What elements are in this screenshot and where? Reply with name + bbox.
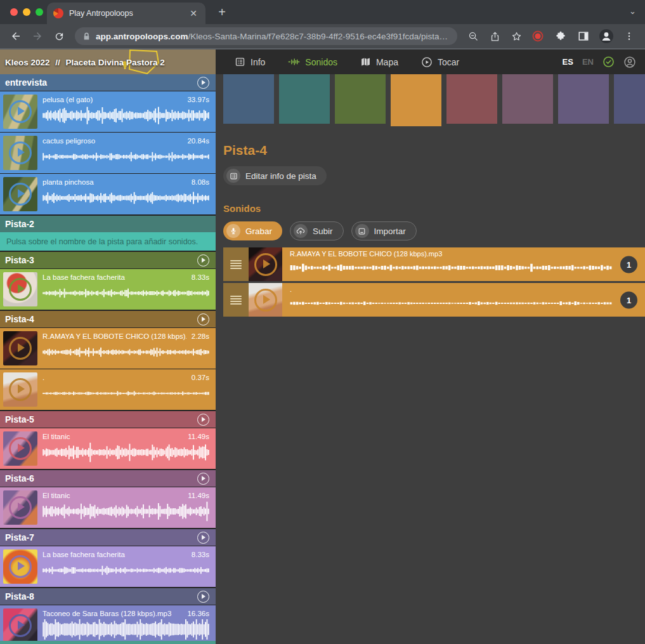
track-color-tab-5[interactable] [446, 74, 497, 124]
track-color-tab-7[interactable] [558, 74, 609, 124]
address-bar[interactable]: app.antropoloops.com/Kleos-Santa-Marina/… [75, 27, 457, 45]
bookmark-star-icon[interactable] [507, 27, 526, 46]
nav-item-mapa[interactable]: Mapa [360, 56, 398, 67]
sound-waveform[interactable] [42, 501, 209, 522]
track-color-tab-8[interactable] [614, 74, 645, 124]
side-panel-icon[interactable] [574, 27, 593, 46]
nav-item-info[interactable]: Info [235, 56, 265, 67]
record-button[interactable]: Grabar [223, 221, 282, 240]
forward-button[interactable] [28, 27, 47, 46]
sound-item[interactable]: El titanic11.49s [0, 428, 216, 469]
sound-thumbnail[interactable] [3, 608, 37, 643]
lang-en-button[interactable]: EN [582, 57, 594, 67]
sound-thumbnail[interactable] [3, 549, 37, 584]
sound-thumbnail[interactable] [3, 490, 37, 525]
play-sound-icon[interactable] [9, 278, 32, 301]
play-track-icon[interactable] [197, 591, 209, 603]
sound-waveform[interactable] [42, 442, 209, 463]
sound-waveform[interactable] [290, 259, 612, 277]
play-sound-icon[interactable] [9, 378, 32, 401]
editable-sound-row[interactable]: .1 [223, 283, 645, 317]
extensions-puzzle-icon[interactable] [551, 27, 570, 46]
sound-thumbnail[interactable] [3, 136, 37, 170]
browser-tab[interactable]: Play Antropoloops ✕ [47, 3, 205, 24]
sound-thumbnail[interactable] [3, 95, 37, 129]
record-extension-icon[interactable] [528, 27, 547, 46]
sound-waveform[interactable] [42, 342, 209, 362]
track-header[interactable]: Pista-5 [0, 411, 216, 428]
sound-item[interactable]: R.AMAYA Y EL BOBOTE CHICO (128 kbps)....… [0, 328, 216, 369]
track-color-tab-4[interactable] [391, 74, 441, 126]
profile-avatar-icon[interactable] [597, 27, 616, 46]
sound-item[interactable]: planta pinchosa8.08s [0, 174, 216, 214]
track-header[interactable]: Pista-2 [0, 216, 216, 232]
sound-waveform[interactable] [42, 383, 209, 404]
tab-search-chevron-icon[interactable]: ⌄ [629, 6, 636, 16]
play-track-icon[interactable] [197, 313, 209, 325]
sound-thumbnail[interactable] [3, 272, 37, 306]
sound-waveform[interactable] [42, 560, 209, 581]
reload-button[interactable] [49, 27, 68, 46]
play-track-icon[interactable] [197, 532, 209, 544]
play-track-icon[interactable] [197, 473, 209, 485]
play-sound-icon[interactable] [9, 496, 32, 519]
play-sound-icon[interactable] [9, 437, 32, 460]
sound-item[interactable]: pelusa (el gato)33.97s [0, 91, 216, 132]
play-sound-icon[interactable] [9, 183, 32, 206]
close-window-button[interactable] [10, 8, 18, 16]
browser-menu-icon[interactable] [620, 27, 639, 46]
play-sound-icon[interactable] [9, 614, 32, 637]
track-header[interactable]: Pista-6 [0, 470, 216, 487]
nav-item-tocar[interactable]: Tocar [421, 56, 459, 68]
back-button[interactable] [6, 27, 25, 46]
sound-thumbnail[interactable] [249, 247, 282, 281]
sound-item[interactable]: La base fachera facherita8.33s [0, 269, 216, 310]
import-button[interactable]: Importar [351, 221, 417, 240]
sound-thumbnail[interactable] [249, 283, 282, 317]
sound-item[interactable]: cactus peligroso20.84s [0, 133, 216, 173]
sound-thumbnail[interactable] [3, 372, 37, 407]
maximize-window-button[interactable] [36, 8, 43, 16]
play-track-icon[interactable] [197, 254, 209, 266]
account-icon[interactable] [623, 56, 636, 69]
drag-handle-icon[interactable] [223, 247, 249, 281]
sound-item[interactable]: .0.37s [0, 369, 216, 410]
sound-item[interactable]: Taconeo de Sara Baras (128 kbps).mp316.3… [0, 605, 216, 644]
play-sound-icon[interactable] [9, 141, 32, 164]
track-header[interactable]: Pista-7 [0, 529, 216, 546]
track-color-tab-3[interactable] [335, 74, 386, 124]
sound-waveform[interactable] [42, 105, 209, 126]
lang-es-button[interactable]: ES [563, 57, 573, 67]
sound-thumbnail[interactable] [3, 431, 37, 466]
play-sound-icon[interactable] [254, 253, 277, 276]
nav-item-sonidos[interactable]: Sonidos [288, 57, 337, 67]
sound-thumbnail[interactable] [3, 177, 37, 211]
sound-thumbnail[interactable] [3, 331, 37, 365]
project-banner[interactable]: Kleos 2022 // Placeta Divina Pastora 2 [0, 49, 216, 74]
sound-waveform[interactable] [42, 188, 209, 208]
track-header[interactable]: Pista-8 [0, 588, 216, 605]
drag-handle-icon[interactable] [223, 283, 249, 317]
track-color-tab-1[interactable] [223, 74, 274, 124]
sound-waveform[interactable] [42, 147, 209, 167]
play-sound-icon[interactable] [9, 100, 32, 123]
share-icon[interactable] [485, 27, 504, 46]
track-color-tab-2[interactable] [279, 74, 330, 124]
tab-close-icon[interactable]: ✕ [188, 8, 199, 19]
sound-item[interactable]: La base fachera facherita8.33s [0, 546, 216, 587]
play-track-icon[interactable] [197, 77, 209, 89]
new-tab-button[interactable]: + [214, 5, 230, 20]
editable-sound-row[interactable]: R.AMAYA Y EL BOBOTE CHICO (128 kbps).mp3… [223, 247, 645, 281]
play-sound-icon[interactable] [9, 337, 32, 360]
minimize-window-button[interactable] [23, 8, 30, 16]
sound-waveform[interactable] [290, 294, 612, 312]
zoom-out-icon[interactable] [464, 27, 483, 46]
play-sound-icon[interactable] [254, 289, 277, 312]
track-header[interactable]: Pista-4 [0, 311, 216, 327]
sound-item[interactable]: El titanic11.49s [0, 487, 216, 528]
sound-waveform[interactable] [42, 283, 209, 303]
upload-button[interactable]: Subir [290, 221, 344, 240]
sound-waveform[interactable] [42, 619, 209, 640]
track-header[interactable]: entrevista [0, 74, 216, 91]
edit-track-info-button[interactable]: Editar info de pista [223, 166, 327, 185]
